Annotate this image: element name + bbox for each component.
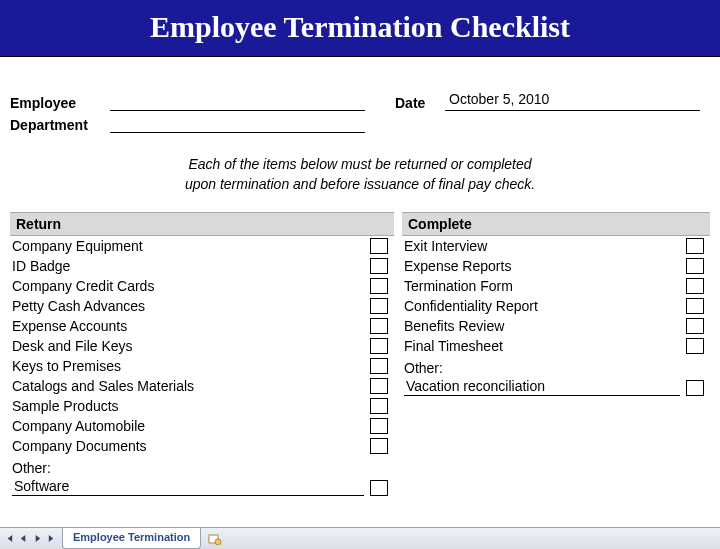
meta-section: Employee Department Date October 5, 2010	[4, 89, 716, 133]
employee-field[interactable]	[110, 91, 365, 111]
date-label: Date	[395, 95, 445, 111]
complete-item-checkbox[interactable]	[686, 258, 704, 274]
return-item-label: Petty Cash Advances	[12, 298, 370, 314]
return-item-checkbox[interactable]	[370, 338, 388, 354]
complete-item-row: Exit Interview	[402, 236, 710, 256]
complete-item-checkbox[interactable]	[686, 318, 704, 334]
return-other-checkbox[interactable]	[370, 480, 388, 496]
worksheet-body: Employee Department Date October 5, 2010…	[0, 57, 720, 496]
complete-item-checkbox[interactable]	[686, 278, 704, 294]
complete-column: Complete Exit InterviewExpense ReportsTe…	[402, 212, 710, 496]
complete-other-label: Other:	[404, 360, 447, 376]
complete-item-label: Benefits Review	[404, 318, 686, 334]
instructions-line2: upon termination and before issuance of …	[4, 175, 716, 195]
tab-next-button[interactable]	[30, 530, 44, 548]
department-field[interactable]	[110, 113, 365, 133]
return-item-label: ID Badge	[12, 258, 370, 274]
svg-point-1	[215, 539, 221, 545]
complete-item-checkbox[interactable]	[686, 298, 704, 314]
return-item-row: Petty Cash Advances	[10, 296, 394, 316]
instructions: Each of the items below must be returned…	[4, 155, 716, 194]
tab-prev-button[interactable]	[16, 530, 30, 548]
complete-item-checkbox[interactable]	[686, 238, 704, 254]
return-item-row: Catalogs and Sales Materials	[10, 376, 394, 396]
return-item-row: Sample Products	[10, 396, 394, 416]
complete-other-row: Other:	[402, 356, 710, 376]
return-item-checkbox[interactable]	[370, 238, 388, 254]
employee-label: Employee	[10, 95, 110, 111]
return-item-label: Expense Accounts	[12, 318, 370, 334]
complete-other-field[interactable]: Vacation reconciliation	[404, 378, 680, 396]
return-item-label: Desk and File Keys	[12, 338, 370, 354]
complete-heading: Complete	[402, 212, 710, 236]
return-column: Return Company EquipmentID BadgeCompany …	[10, 212, 402, 496]
return-other-field[interactable]: Software	[12, 478, 364, 496]
complete-item-label: Confidentiality Report	[404, 298, 686, 314]
return-item-row: Keys to Premises	[10, 356, 394, 376]
complete-item-label: Expense Reports	[404, 258, 686, 274]
return-item-label: Company Documents	[12, 438, 370, 454]
return-item-row: ID Badge	[10, 256, 394, 276]
complete-item-checkbox[interactable]	[686, 338, 704, 354]
return-item-row: Company Documents	[10, 436, 394, 456]
return-item-label: Company Credit Cards	[12, 278, 370, 294]
complete-other-checkbox[interactable]	[686, 380, 704, 396]
complete-item-row: Benefits Review	[402, 316, 710, 336]
complete-item-row: Confidentiality Report	[402, 296, 710, 316]
return-other-row: Other:	[10, 456, 394, 476]
return-item-row: Desk and File Keys	[10, 336, 394, 356]
return-item-checkbox[interactable]	[370, 298, 388, 314]
return-item-checkbox[interactable]	[370, 378, 388, 394]
return-item-checkbox[interactable]	[370, 258, 388, 274]
complete-item-row: Final Timesheet	[402, 336, 710, 356]
complete-item-label: Exit Interview	[404, 238, 686, 254]
return-other-label: Other:	[12, 460, 55, 476]
complete-item-row: Expense Reports	[402, 256, 710, 276]
tab-nav-group	[0, 528, 60, 549]
sheet-tab-bar: Employee Termination	[0, 527, 720, 549]
return-item-checkbox[interactable]	[370, 438, 388, 454]
return-item-checkbox[interactable]	[370, 358, 388, 374]
tab-first-button[interactable]	[2, 530, 16, 548]
return-item-row: Company Equipment	[10, 236, 394, 256]
complete-item-label: Final Timesheet	[404, 338, 686, 354]
return-item-label: Catalogs and Sales Materials	[12, 378, 370, 394]
return-item-label: Company Equipment	[12, 238, 370, 254]
return-item-row: Expense Accounts	[10, 316, 394, 336]
return-item-label: Company Automobile	[12, 418, 370, 434]
return-heading: Return	[10, 212, 394, 236]
return-item-checkbox[interactable]	[370, 418, 388, 434]
return-item-label: Sample Products	[12, 398, 370, 414]
date-field[interactable]: October 5, 2010	[445, 91, 700, 111]
return-item-row: Company Automobile	[10, 416, 394, 436]
tab-last-button[interactable]	[44, 530, 58, 548]
new-sheet-button[interactable]	[205, 528, 225, 549]
sheet-tab-active[interactable]: Employee Termination	[62, 528, 201, 549]
complete-item-row: Termination Form	[402, 276, 710, 296]
checklist-columns: Return Company EquipmentID BadgeCompany …	[4, 212, 716, 496]
complete-item-label: Termination Form	[404, 278, 686, 294]
page-title: Employee Termination Checklist	[150, 10, 570, 43]
department-label: Department	[10, 117, 110, 133]
return-item-checkbox[interactable]	[370, 318, 388, 334]
return-item-row: Company Credit Cards	[10, 276, 394, 296]
title-banner: Employee Termination Checklist	[0, 0, 720, 57]
return-item-label: Keys to Premises	[12, 358, 370, 374]
return-item-checkbox[interactable]	[370, 278, 388, 294]
return-item-checkbox[interactable]	[370, 398, 388, 414]
instructions-line1: Each of the items below must be returned…	[4, 155, 716, 175]
